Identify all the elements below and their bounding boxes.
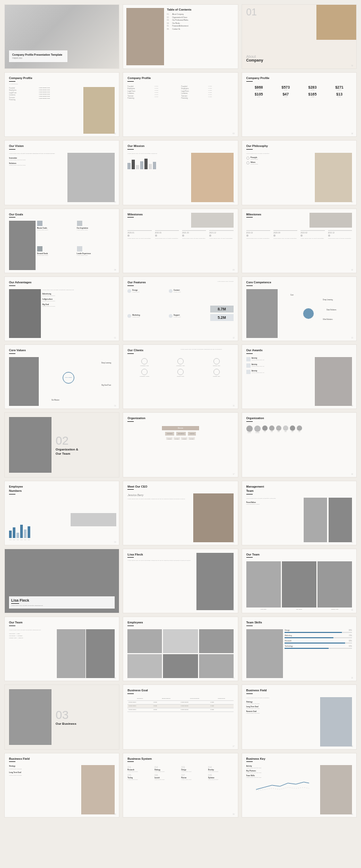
bf-item-1-text: Lorem ipsum short text — [246, 703, 319, 705]
slide-management: Management Team Lorem ipsum dolor sit am… — [242, 481, 357, 545]
slide-org1: Organization Director Marketing Operatio… — [123, 412, 238, 477]
slide-cp1: Company Profile An Introduction Founded … — [4, 72, 119, 137]
stat-val-3: $283 — [300, 85, 325, 89]
advantages-title: Our Advantages — [9, 281, 115, 284]
client-5-icon — [177, 369, 184, 375]
skill-1-pct: 85% — [349, 629, 352, 631]
cp2-title: Company Profile — [127, 76, 233, 80]
mgmt-photo-1 — [304, 498, 327, 542]
cp2-col4: LoremLoremLoremLoremLoremLorem — [208, 85, 234, 134]
slide-num: 03 — [233, 133, 234, 135]
mission-left: Lorem ipsum dolor sit amet consectetur a… — [127, 153, 190, 202]
slide-num: 04 — [351, 133, 353, 135]
emp-bar-3 — [16, 533, 19, 538]
toc-item-2: 02.Organization & Team — [167, 16, 234, 19]
slide-biz-system: Business System 01 Research Lorem ipsum … — [123, 753, 238, 818]
bar-5 — [144, 159, 148, 169]
biz-field1-image — [320, 697, 352, 747]
lisa2-content: Lisa Fleck Lorem ipsum dolor sit amet co… — [127, 553, 233, 610]
bf2-text-2: Lorem ipsum sit amet — [9, 775, 80, 776]
mission-content: Lorem ipsum dolor sit amet consectetur a… — [127, 153, 233, 202]
org2-person-2: Manager — [254, 426, 261, 433]
slide-cover: Company Profile Presentation Template FI… — [4, 4, 119, 69]
biz-goal-table: Business Measurement Tactic/Strategy Tar… — [127, 697, 233, 712]
milestones2-image — [310, 213, 352, 228]
lisa1-box: Lisa Fleck Lorem ipsum dolor sit amet co… — [9, 596, 115, 609]
stat-lbl-2: Profit — [273, 89, 298, 91]
slide-section2: 02 Organization &Our Team — [4, 412, 119, 477]
awards-content: ActivityLorem ipsum dolor sit ActivityLo… — [246, 357, 352, 406]
advantages-underline — [9, 285, 15, 286]
core-values-circle: Core Values — [63, 372, 74, 384]
skill-3-header: Research 90% — [285, 640, 352, 642]
cp1-underline — [9, 81, 15, 82]
goals-underline — [9, 217, 15, 218]
section3-image — [9, 689, 51, 744]
mgmt-photo-2 — [329, 498, 352, 542]
bs-step-1: 01 Research Lorem ipsum short — [127, 766, 153, 772]
slide-advantages: Our Advantages Lorem ipsum dolor sit ame… — [4, 276, 119, 341]
emp-bar-6 — [28, 526, 30, 538]
biz-cell-1-4: Lorem — [210, 700, 234, 704]
milestone2-4: 2022.12 Lorem ipsum dolor sit amet conse… — [328, 230, 352, 240]
client-4-icon — [141, 369, 148, 375]
milestone-1: 2020.01 Lorem ipsum dolor sit amet conse… — [127, 230, 151, 240]
client-4: Company Three — [127, 369, 161, 377]
features-content: DesignLorem short ContentLorem short Mar… — [127, 289, 233, 338]
mgmt-desc: Lorem ipsum dolor sit amet consectetur a… — [246, 498, 303, 500]
emp-lbl-6: 2024 — [28, 539, 30, 540]
team2-text: Lorem ipsum dolor sit amet consectetur a… — [9, 629, 55, 679]
toc-image — [126, 8, 164, 65]
skills-photo — [246, 629, 283, 679]
features-header: Our Features Lorem ipsum dolor sit amet — [127, 281, 233, 288]
mission-title: Our Mission — [127, 144, 233, 148]
skill-1: Design 85% — [285, 629, 352, 633]
lisa2-name: Lisa Fleck — [127, 553, 194, 556]
goal-4-icon — [77, 246, 82, 251]
biz-field2-items: Strategy Lorem ipsum sit amet Long-Term … — [9, 765, 80, 814]
client-2-name: Company Two — [176, 365, 185, 367]
biz-cell-1-2: Lorem — [152, 700, 179, 704]
goals-title: Our Goals — [9, 213, 115, 216]
vision-title: Our Vision — [9, 144, 115, 148]
milestones2-row: 2019.13 Lorem ipsum dolor sit amet conse… — [246, 230, 352, 240]
mission-body: Lorem ipsum dolor sit amet consectetur a… — [127, 153, 190, 154]
awards-image — [315, 357, 352, 406]
skill-1-label: Design — [285, 629, 289, 631]
advantages-items: Lorem ipsum dolor sit amet consectetur a… — [42, 289, 115, 338]
team2-photo-row1 — [57, 629, 115, 679]
milestone-2: 2020.05 Lorem ipsum dolor sit amet conse… — [155, 230, 179, 240]
goal-1-text: Lorem ipsum short — [37, 229, 75, 231]
slide-num: 24 — [114, 677, 116, 679]
stat-val-5: $105 — [246, 92, 272, 96]
stats-title: Company Profile — [246, 76, 352, 80]
milestone2-1: 2019.13 Lorem ipsum dolor sit amet conse… — [246, 230, 270, 240]
slide-milestones1: Milestones 2020.01 Lorem ipsum dolor sit… — [123, 209, 238, 273]
org2-person-1: Director — [246, 426, 253, 433]
org2-photo-1 — [246, 426, 253, 432]
stat-val-4: $271 — [326, 85, 352, 89]
emp-photo-6 — [199, 654, 234, 678]
slide-biz-field2: Business Field Strategy Lorem ipsum sit … — [4, 753, 119, 818]
biz-field2-underline — [9, 761, 15, 762]
stat-profit: $573 Profit — [273, 85, 298, 91]
team1-photo-1 — [246, 561, 281, 607]
skill-4-label: Technology — [285, 645, 293, 647]
emp-photo-3 — [199, 629, 234, 653]
section2-content: 02 Organization &Our Team — [51, 417, 115, 472]
ceo-title: Meet Our CEO — [127, 485, 233, 489]
section2-title: Organization &Our Team — [56, 448, 111, 456]
vision-body: Lorem ipsum dolor sit amet consectetur a… — [9, 153, 66, 155]
skill-3-fill — [285, 643, 345, 644]
milestone-text-1: Lorem ipsum dolor sit amet consectetur. — [127, 238, 151, 240]
client-5-name: Global Corp — [177, 376, 184, 377]
award-1: ActivityLorem ipsum dolor sit — [246, 357, 314, 361]
biz-key-image — [320, 765, 352, 814]
bf-item-3: Numeric Goal Lorem ipsum short text — [246, 710, 319, 714]
stat-lbl-3: Capital — [300, 89, 325, 91]
awards-underline — [246, 353, 253, 354]
team1-photo-2 — [282, 561, 316, 607]
mgmt-text: Lorem ipsum dolor sit amet consectetur a… — [246, 498, 303, 542]
emp-lbl-3: 2021 — [16, 539, 19, 540]
slide-num: 13 — [351, 337, 353, 339]
